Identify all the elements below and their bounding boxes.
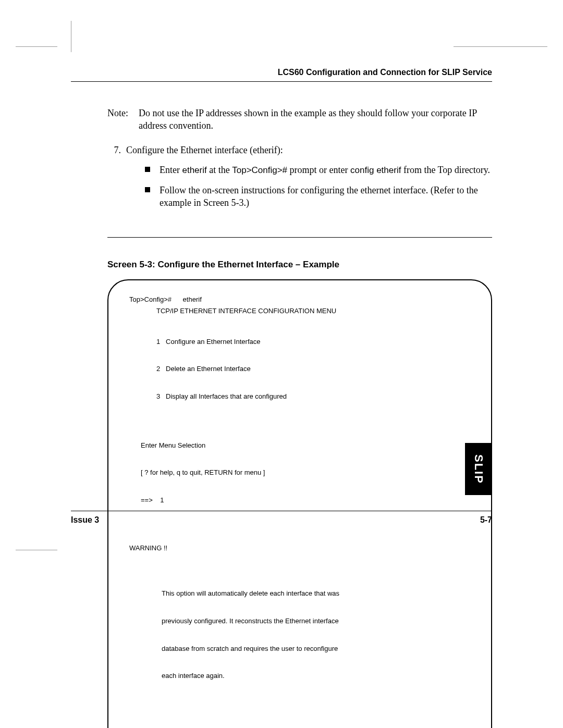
note-label: Note: xyxy=(107,107,139,132)
section-rule xyxy=(107,237,492,238)
terminal-screen: Top>Config># etherif TCP/IP ETHERNET INT… xyxy=(107,279,492,728)
line: ==> 1 xyxy=(141,496,470,505)
sub-item: Enter etherif at the Top>Config># prompt… xyxy=(145,164,492,177)
code: Top>Config># xyxy=(232,165,287,175)
sub-text: Enter etherif at the Top>Config># prompt… xyxy=(160,164,492,177)
line: previously configured. It reconstructs t… xyxy=(162,616,470,626)
running-head: LCS60 Configuration and Connection for S… xyxy=(71,68,492,77)
body-text: Note: Do not use the IP addresses shown … xyxy=(107,107,492,216)
header-rule xyxy=(71,81,492,82)
crop-mark xyxy=(16,550,57,550)
prompt-block: Enter Menu Selection [ ? for help, q to … xyxy=(141,423,470,523)
warning-block: WARNING !! This option will automaticall… xyxy=(129,525,470,717)
screen-title: Screen 5-3: Configure the Ethernet Inter… xyxy=(107,260,492,270)
crop-mark xyxy=(16,46,57,47)
footer-rule xyxy=(71,511,492,511)
line: each interface again. xyxy=(162,671,470,681)
line: database from scratch and requires the u… xyxy=(162,644,470,653)
page-number: 5-7 xyxy=(480,515,492,525)
footer-row: Issue 3 5-7 xyxy=(71,515,492,525)
line: 2 Delete an Ethernet Interface xyxy=(156,364,470,374)
issue-label: Issue 3 xyxy=(71,515,99,525)
line: 1 Configure an Ethernet Interface xyxy=(156,337,470,347)
footer: Issue 3 5-7 xyxy=(71,511,492,525)
side-tab: SLIP xyxy=(465,443,492,495)
line: [ ? for help, q to quit, RETURN for menu… xyxy=(141,468,470,477)
line: 3 Display all Interfaces that are config… xyxy=(156,392,470,401)
line: TCP/IP ETHERNET INTERFACE CONFIGURATION … xyxy=(156,306,470,316)
crop-mark xyxy=(454,46,547,47)
t: prompt or enter xyxy=(287,165,350,175)
line: Enter Menu Selection xyxy=(141,441,470,450)
note-text: Do not use the IP addresses shown in the… xyxy=(139,107,492,132)
step-text: Configure the Ethernet interface (etheri… xyxy=(126,144,492,217)
sub-text: Follow the on-screen instructions for co… xyxy=(160,184,492,209)
sub-list: Enter etherif at the Top>Config># prompt… xyxy=(145,164,492,209)
menu-items: 1 Configure an Ethernet Interface 2 Dele… xyxy=(156,319,470,419)
line: Top>Config># etherif xyxy=(129,295,470,304)
t: from the Top directory. xyxy=(401,165,490,175)
page: LCS60 Configuration and Connection for S… xyxy=(0,0,563,728)
bullet-square-icon xyxy=(145,167,150,172)
crop-mark xyxy=(71,21,71,52)
content-area: LCS60 Configuration and Connection for S… xyxy=(71,68,492,728)
line: WARNING !! xyxy=(129,544,470,553)
t: Enter xyxy=(160,165,182,175)
prompt-block: Enter a name for Ethernet Interface 0 [?… xyxy=(141,719,470,728)
t: at the xyxy=(207,165,232,175)
code: etherif xyxy=(182,165,206,175)
line: This option will automatically delete ea… xyxy=(162,589,470,598)
note-row: Note: Do not use the IP addresses shown … xyxy=(107,107,492,132)
step-number: 7. xyxy=(107,144,121,217)
step-row: 7. Configure the Ethernet interface (eth… xyxy=(107,144,492,217)
step-intro: Configure the Ethernet interface (etheri… xyxy=(126,145,283,155)
code: config etherif xyxy=(350,165,401,175)
sub-item: Follow the on-screen instructions for co… xyxy=(145,184,492,209)
warning-body: This option will automatically delete ea… xyxy=(162,571,470,699)
bullet-square-icon xyxy=(145,187,150,192)
